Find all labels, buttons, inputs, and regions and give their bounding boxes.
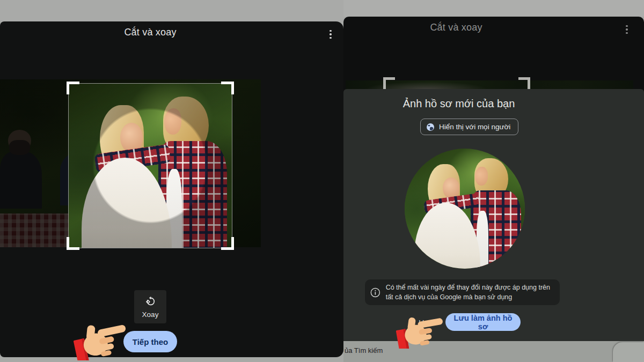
crop-handle-top-left[interactable]	[67, 82, 79, 94]
profile-photo-preview	[405, 149, 525, 269]
circle-crop-vignette	[69, 84, 232, 248]
rotate-button[interactable]: Xoay	[134, 290, 166, 323]
globe-icon	[426, 123, 435, 131]
page-title-dimmed: Cắt và xoay	[343, 22, 569, 33]
save-profile-photo-button[interactable]: Lưu làm ảnh hồ sơ	[445, 313, 521, 331]
crop-screen: Cắt và xoay	[0, 21, 343, 357]
info-note-text: Có thể mất vài ngày để thay đổi này được…	[386, 283, 553, 302]
crop-handle-bottom-right[interactable]	[221, 237, 234, 250]
cancel-button-partial[interactable]: H	[419, 319, 424, 327]
crop-area[interactable]	[69, 84, 232, 248]
confirm-screen: Cắt và xoay Ảnh hồ sơ mới của bạn Hiển t…	[343, 17, 644, 341]
info-note: Có thể mất vài ngày để thay đổi này được…	[365, 279, 560, 305]
photo-two-women	[405, 149, 525, 269]
sheet-title: Ảnh hồ sơ mới của bạn	[343, 98, 574, 110]
background-partial-text: ủa Tìm kiếm	[345, 346, 383, 354]
crop-handle-top-right-dimmed	[518, 77, 530, 89]
crop-handle-bottom-left[interactable]	[67, 237, 79, 250]
crop-handle-top-left-dimmed	[383, 77, 395, 89]
screenshot-stage: Cắt và xoay	[0, 0, 644, 362]
letterbox-top-left	[0, 0, 343, 21]
info-icon	[370, 287, 380, 298]
visibility-chip-label: Hiển thị với mọi người	[439, 123, 510, 131]
rotate-button-label: Xoay	[142, 311, 159, 319]
page-title: Cắt và xoay	[0, 27, 301, 38]
letterbox-bottom-right: ủa Tìm kiếm	[343, 341, 644, 362]
rotate-ccw-icon	[144, 295, 156, 307]
bottom-sheet: Ảnh hồ sơ mới của bạn Hiển thị với mọi n…	[343, 89, 644, 341]
visibility-chip[interactable]: Hiển thị với mọi người	[420, 119, 518, 135]
crop-handle-top-right[interactable]	[221, 82, 234, 94]
next-button[interactable]: Tiếp theo	[123, 331, 177, 352]
letterbox-top-right	[343, 0, 644, 17]
background-card-corner	[613, 342, 644, 362]
three-dot-menu-icon[interactable]	[324, 28, 337, 41]
three-dot-menu-icon[interactable]	[620, 23, 633, 36]
photo-figure	[475, 167, 488, 186]
